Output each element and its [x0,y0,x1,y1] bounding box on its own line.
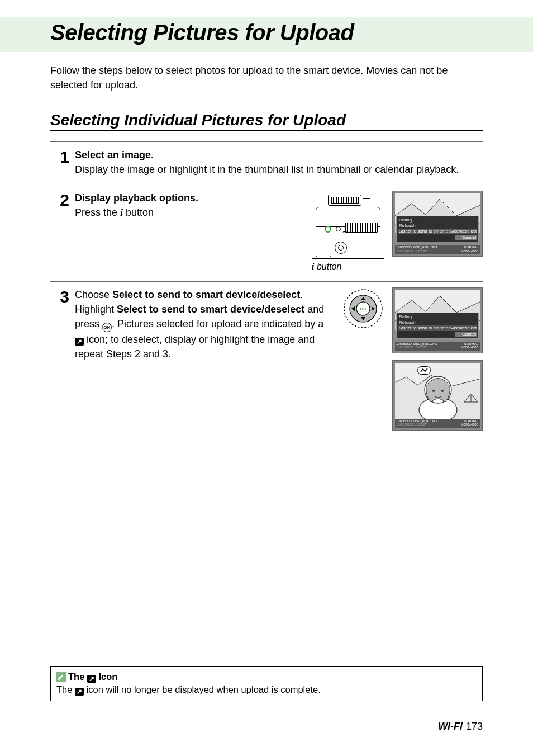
image-meta: 100D5300 DSC_0001.JPG 15/10/2013 10:02:2… [395,342,480,351]
step-1: 1 Select an image. Display the image or … [50,141,483,185]
meta-quality: NORMAL [464,245,478,249]
upload-mark-icon: ↗ [75,338,84,346]
menu-retouch[interactable]: Retouch [398,320,477,325]
meta-file: DSC_0001.JPG [413,342,437,346]
step-heading: Display playback options. [75,192,198,204]
camera-screen-selected: 100D5300 DSC_0001.JPG 15/10/2013 10:02:2… [392,360,483,431]
multi-selector-icon: OK [342,287,384,330]
meta-size: 6000x4000 [461,249,478,253]
meta-quality: NORMAL [464,419,478,423]
i-button-indicator [325,226,331,233]
note-icon [56,672,66,682]
note-title-post: Icon [96,672,118,682]
svg-point-13 [441,390,444,392]
meta-folder: 100D5300 [396,342,412,346]
camera-screen-menu-2: Rating Retouch Select to send to smart d… [392,287,483,353]
meta-date: 15/10/2013 10:02:27 [396,423,427,426]
meta-folder: 100D5300 [396,245,412,249]
svg-point-12 [432,390,435,392]
menu-cancel[interactable]: Cancel [455,235,477,240]
page-footer: Wi-Fi173 [438,721,483,733]
note-title-pre: The [68,672,87,682]
step-2: 2 Display playback options. Press the i … [50,185,483,281]
meta-file: DSC_0001.JPG [413,419,437,423]
note-box: The ↗ Icon The ↗ icon will no longer be … [50,666,483,701]
upload-mark-icon [417,366,431,375]
step-head-post: . [300,289,303,300]
playback-menu: Rating Retouch Select to send to smart d… [396,216,479,242]
footer-section: Wi-Fi [438,721,463,732]
menu-rating[interactable]: Rating [398,218,477,223]
step-number: 2 [50,191,69,209]
svg-text:OK: OK [360,306,367,311]
menu-select-send[interactable]: Select to send to smart device/deselect [398,229,477,234]
intro-text: Follow the steps below to select photos … [50,63,483,92]
portrait-illustration [395,363,480,419]
section-heading: Selecting Individual Pictures for Upload [50,111,483,131]
step-text-bold: Select to send to smart device/deselect [117,304,304,315]
footer-page: 173 [466,721,483,732]
step-head-pre: Choose [75,289,112,300]
page-title: Selecting Pictures for Upload [50,20,483,45]
step-text-post: icon; to deselect, display or highlight … [75,334,315,360]
step-text-pre: Press the [75,207,120,218]
step-text-mid2: . Pictures selected for upload are indic… [112,318,323,329]
step-3: 3 Choose Select to send to smart device/… [50,281,483,438]
meta-size: 6000x4000 [461,423,478,426]
step-heading: Select to send to smart device/deselect [112,289,300,300]
camera-screen-menu: Rating Retouch Select to send to smart d… [392,191,483,257]
camera-diagram: ⤳ [312,191,384,259]
meta-date: 15/10/2013 10:02:27 [396,346,427,349]
menu-select-send[interactable]: Select to send to smart device/deselect [398,325,477,331]
upload-mark-icon: ↗ [75,688,84,696]
meta-date: 15/10/2013 10:02:27 [396,249,427,253]
image-meta: 100D5300 DSC_0001.JPG 15/10/2013 10:02:2… [395,245,480,254]
menu-retouch[interactable]: Retouch [398,223,477,229]
step-text-pre: Highlight [75,304,117,315]
note-body-pre: The [56,684,75,694]
menu-cancel[interactable]: Cancel [455,332,477,337]
steps-list: 1 Select an image. Display the image or … [50,141,483,438]
upload-mark-icon: ↗ [87,675,96,683]
step-text-post: button [123,207,154,218]
meta-file: DSC_0001.JPG [413,245,437,249]
meta-size: 6000x4000 [461,346,478,349]
figure-caption: i button [312,260,384,273]
step-number: 1 [50,148,69,166]
image-meta: 100D5300 DSC_0001.JPG 15/10/2013 10:02:2… [395,419,480,428]
playback-menu: Rating Retouch Select to send to smart d… [396,313,479,339]
ok-button-glyph: OK [102,323,112,332]
caption-text: button [314,262,341,271]
step-heading: Select an image. [75,149,154,160]
note-body-post: icon will no longer be displayed when up… [84,684,321,694]
step-number: 3 [50,287,69,305]
menu-rating[interactable]: Rating [398,314,477,320]
meta-folder: 100D5300 [396,419,412,423]
step-text: Display the image or highlight it in the… [75,164,459,175]
meta-quality: NORMAL [464,342,478,346]
